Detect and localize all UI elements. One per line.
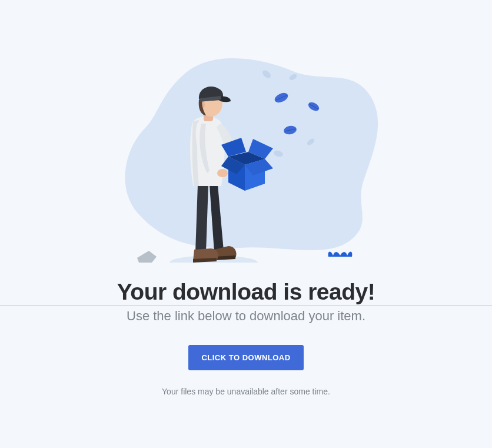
- download-title: Your download is ready!: [0, 279, 492, 305]
- download-note: Your files may be unavailable after some…: [0, 387, 492, 396]
- download-button[interactable]: CLICK TO DOWNLOAD: [188, 345, 303, 370]
- download-illustration: [105, 39, 387, 263]
- svg-point-12: [217, 169, 228, 177]
- horizontal-divider: [0, 305, 492, 306]
- download-subtitle: Use the link below to download your item…: [0, 308, 492, 324]
- download-ready-panel: Your download is ready! Use the link bel…: [0, 0, 492, 396]
